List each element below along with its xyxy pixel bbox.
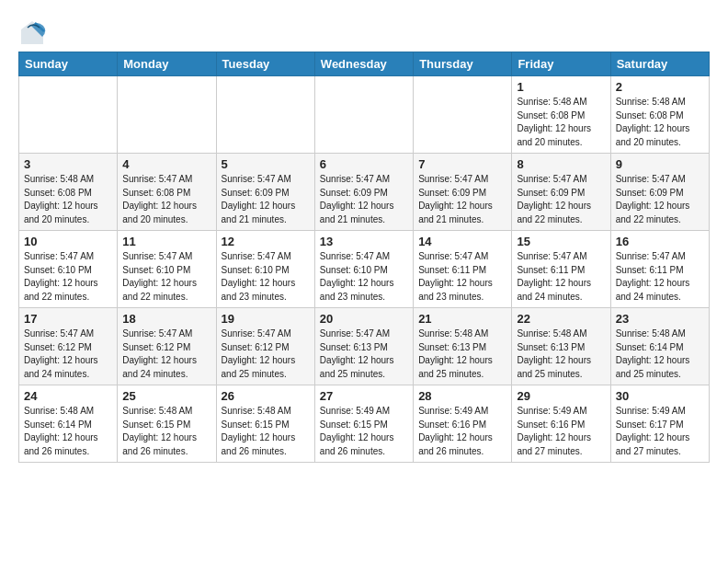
- day-number: 25: [122, 389, 210, 403]
- day-info: Sunrise: 5:47 AM Sunset: 6:11 PM Dayligh…: [616, 250, 704, 304]
- day-info: Sunrise: 5:47 AM Sunset: 6:08 PM Dayligh…: [122, 173, 210, 226]
- day-info: Sunrise: 5:49 AM Sunset: 6:17 PM Dayligh…: [616, 405, 704, 458]
- calendar-week-row: 17Sunrise: 5:47 AM Sunset: 6:12 PM Dayli…: [19, 308, 710, 385]
- calendar-cell: [216, 76, 314, 154]
- day-number: 22: [517, 312, 605, 326]
- calendar-cell: 17Sunrise: 5:47 AM Sunset: 6:12 PM Dayli…: [19, 308, 118, 385]
- calendar-cell: [118, 76, 216, 154]
- calendar-cell: [414, 76, 512, 154]
- calendar-cell: 12Sunrise: 5:47 AM Sunset: 6:10 PM Dayli…: [216, 231, 314, 308]
- calendar-cell: 2Sunrise: 5:48 AM Sunset: 6:08 PM Daylig…: [610, 76, 709, 154]
- day-info: Sunrise: 5:47 AM Sunset: 6:10 PM Dayligh…: [24, 250, 112, 304]
- calendar-cell: 13Sunrise: 5:47 AM Sunset: 6:10 PM Dayli…: [314, 231, 413, 308]
- calendar-cell: 4Sunrise: 5:47 AM Sunset: 6:08 PM Daylig…: [118, 154, 216, 231]
- day-number: 9: [616, 157, 704, 171]
- calendar-header-row: SundayMondayTuesdayWednesdayThursdayFrid…: [19, 52, 710, 76]
- day-info: Sunrise: 5:47 AM Sunset: 6:10 PM Dayligh…: [122, 250, 210, 304]
- day-info: Sunrise: 5:47 AM Sunset: 6:09 PM Dayligh…: [222, 173, 310, 226]
- calendar-cell: 9Sunrise: 5:47 AM Sunset: 6:09 PM Daylig…: [610, 154, 709, 231]
- day-number: 30: [616, 389, 704, 403]
- day-info: Sunrise: 5:47 AM Sunset: 6:12 PM Dayligh…: [222, 327, 310, 381]
- day-number: 14: [418, 235, 506, 248]
- calendar-cell: [314, 76, 413, 154]
- day-info: Sunrise: 5:48 AM Sunset: 6:08 PM Dayligh…: [24, 173, 112, 226]
- calendar-cell: 16Sunrise: 5:47 AM Sunset: 6:11 PM Dayli…: [610, 231, 709, 308]
- day-number: 15: [517, 235, 605, 248]
- day-number: 3: [24, 157, 112, 171]
- day-info: Sunrise: 5:48 AM Sunset: 6:08 PM Dayligh…: [517, 96, 605, 149]
- header-sunday: Sunday: [19, 52, 118, 76]
- day-info: Sunrise: 5:47 AM Sunset: 6:10 PM Dayligh…: [222, 250, 310, 304]
- calendar-table: SundayMondayTuesdayWednesdayThursdayFrid…: [18, 52, 710, 463]
- calendar-week-row: 3Sunrise: 5:48 AM Sunset: 6:08 PM Daylig…: [19, 154, 710, 231]
- day-number: 20: [320, 312, 408, 326]
- header-thursday: Thursday: [414, 52, 512, 76]
- day-number: 16: [616, 235, 704, 248]
- day-info: Sunrise: 5:48 AM Sunset: 6:14 PM Dayligh…: [24, 405, 112, 458]
- calendar-cell: 26Sunrise: 5:48 AM Sunset: 6:15 PM Dayli…: [216, 385, 314, 463]
- day-number: 2: [616, 80, 704, 94]
- day-number: 5: [222, 157, 310, 171]
- calendar-cell: 6Sunrise: 5:47 AM Sunset: 6:09 PM Daylig…: [314, 154, 413, 231]
- day-number: 10: [24, 235, 112, 248]
- day-number: 7: [418, 157, 506, 171]
- day-info: Sunrise: 5:48 AM Sunset: 6:15 PM Dayligh…: [222, 405, 310, 458]
- calendar-cell: 5Sunrise: 5:47 AM Sunset: 6:09 PM Daylig…: [216, 154, 314, 231]
- day-info: Sunrise: 5:47 AM Sunset: 6:09 PM Dayligh…: [616, 173, 704, 226]
- day-info: Sunrise: 5:49 AM Sunset: 6:15 PM Dayligh…: [320, 405, 408, 458]
- calendar-cell: 22Sunrise: 5:48 AM Sunset: 6:13 PM Dayli…: [512, 308, 610, 385]
- day-number: 12: [222, 235, 310, 248]
- day-info: Sunrise: 5:47 AM Sunset: 6:12 PM Dayligh…: [122, 327, 210, 381]
- day-info: Sunrise: 5:49 AM Sunset: 6:16 PM Dayligh…: [517, 405, 605, 458]
- calendar-cell: 21Sunrise: 5:48 AM Sunset: 6:13 PM Dayli…: [414, 308, 512, 385]
- calendar-cell: 7Sunrise: 5:47 AM Sunset: 6:09 PM Daylig…: [414, 154, 512, 231]
- day-number: 8: [517, 157, 605, 171]
- day-info: Sunrise: 5:48 AM Sunset: 6:08 PM Dayligh…: [616, 96, 704, 149]
- day-number: 13: [320, 235, 408, 248]
- calendar-cell: 10Sunrise: 5:47 AM Sunset: 6:10 PM Dayli…: [19, 231, 118, 308]
- day-number: 21: [418, 312, 506, 326]
- day-info: Sunrise: 5:47 AM Sunset: 6:09 PM Dayligh…: [418, 173, 506, 226]
- header-tuesday: Tuesday: [216, 52, 314, 76]
- day-number: 1: [517, 80, 605, 94]
- day-number: 26: [222, 389, 310, 403]
- calendar-cell: 27Sunrise: 5:49 AM Sunset: 6:15 PM Dayli…: [314, 385, 413, 463]
- calendar-cell: 14Sunrise: 5:47 AM Sunset: 6:11 PM Dayli…: [414, 231, 512, 308]
- day-info: Sunrise: 5:47 AM Sunset: 6:11 PM Dayligh…: [517, 250, 605, 304]
- day-info: Sunrise: 5:47 AM Sunset: 6:09 PM Dayligh…: [517, 173, 605, 226]
- day-number: 17: [24, 312, 112, 326]
- calendar-cell: 19Sunrise: 5:47 AM Sunset: 6:12 PM Dayli…: [216, 308, 314, 385]
- calendar-cell: [19, 76, 118, 154]
- day-number: 19: [222, 312, 310, 326]
- calendar-cell: 8Sunrise: 5:47 AM Sunset: 6:09 PM Daylig…: [512, 154, 610, 231]
- calendar-cell: 30Sunrise: 5:49 AM Sunset: 6:17 PM Dayli…: [610, 385, 709, 463]
- calendar-week-row: 10Sunrise: 5:47 AM Sunset: 6:10 PM Dayli…: [19, 231, 710, 308]
- logo: [18, 18, 50, 46]
- day-number: 24: [24, 389, 112, 403]
- day-info: Sunrise: 5:48 AM Sunset: 6:13 PM Dayligh…: [517, 327, 605, 381]
- header-saturday: Saturday: [610, 52, 709, 76]
- calendar-cell: 3Sunrise: 5:48 AM Sunset: 6:08 PM Daylig…: [19, 154, 118, 231]
- calendar-cell: 28Sunrise: 5:49 AM Sunset: 6:16 PM Dayli…: [414, 385, 512, 463]
- day-number: 11: [122, 235, 210, 248]
- day-number: 4: [122, 157, 210, 171]
- header-friday: Friday: [512, 52, 610, 76]
- day-info: Sunrise: 5:47 AM Sunset: 6:11 PM Dayligh…: [418, 250, 506, 304]
- calendar-cell: 23Sunrise: 5:48 AM Sunset: 6:14 PM Dayli…: [610, 308, 709, 385]
- day-info: Sunrise: 5:49 AM Sunset: 6:16 PM Dayligh…: [418, 405, 506, 458]
- day-number: 6: [320, 157, 408, 171]
- day-info: Sunrise: 5:47 AM Sunset: 6:13 PM Dayligh…: [320, 327, 408, 381]
- day-info: Sunrise: 5:48 AM Sunset: 6:14 PM Dayligh…: [616, 327, 704, 381]
- logo-icon: [18, 18, 46, 46]
- calendar-week-row: 24Sunrise: 5:48 AM Sunset: 6:14 PM Dayli…: [19, 385, 710, 463]
- day-info: Sunrise: 5:47 AM Sunset: 6:09 PM Dayligh…: [320, 173, 408, 226]
- day-number: 18: [122, 312, 210, 326]
- day-info: Sunrise: 5:48 AM Sunset: 6:13 PM Dayligh…: [418, 327, 506, 381]
- day-info: Sunrise: 5:47 AM Sunset: 6:12 PM Dayligh…: [24, 327, 112, 381]
- day-number: 28: [418, 389, 506, 403]
- day-number: 29: [517, 389, 605, 403]
- calendar-cell: 1Sunrise: 5:48 AM Sunset: 6:08 PM Daylig…: [512, 76, 610, 154]
- calendar-cell: 18Sunrise: 5:47 AM Sunset: 6:12 PM Dayli…: [118, 308, 216, 385]
- calendar-cell: 29Sunrise: 5:49 AM Sunset: 6:16 PM Dayli…: [512, 385, 610, 463]
- calendar-cell: 11Sunrise: 5:47 AM Sunset: 6:10 PM Dayli…: [118, 231, 216, 308]
